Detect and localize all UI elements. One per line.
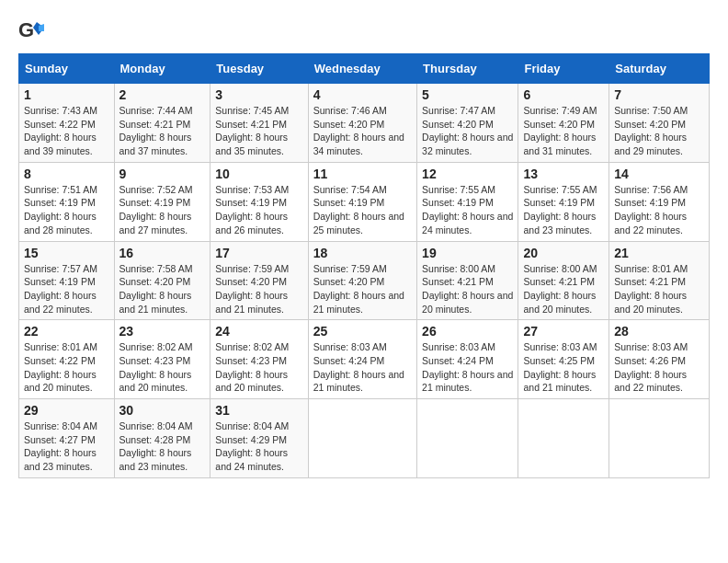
day-number: 13	[523, 167, 604, 181]
calendar-cell: 28 Sunrise: 8:03 AM Sunset: 4:26 PM Dayl…	[609, 320, 710, 399]
page-header: G	[18, 18, 710, 44]
calendar-header-tuesday: Tuesday	[210, 54, 308, 84]
calendar-cell: 11 Sunrise: 7:54 AM Sunset: 4:19 PM Dayl…	[308, 162, 416, 241]
day-number: 30	[119, 403, 206, 418]
day-detail: Sunrise: 7:51 AM Sunset: 4:19 PM Dayligh…	[24, 183, 109, 237]
day-number: 14	[614, 167, 704, 181]
day-number: 1	[24, 87, 109, 102]
calendar-cell	[308, 399, 416, 478]
day-number: 17	[215, 246, 302, 260]
calendar-cell: 25 Sunrise: 8:03 AM Sunset: 4:24 PM Dayl…	[308, 320, 416, 399]
day-detail: Sunrise: 7:56 AM Sunset: 4:19 PM Dayligh…	[614, 183, 704, 237]
calendar-week-row: 8 Sunrise: 7:51 AM Sunset: 4:19 PM Dayli…	[19, 162, 710, 241]
day-detail: Sunrise: 8:02 AM Sunset: 4:23 PM Dayligh…	[215, 340, 302, 395]
calendar-header-monday: Monday	[114, 54, 210, 84]
day-number: 6	[523, 87, 604, 102]
calendar-cell: 1 Sunrise: 7:43 AM Sunset: 4:22 PM Dayli…	[19, 84, 115, 163]
calendar-cell: 26 Sunrise: 8:03 AM Sunset: 4:24 PM Dayl…	[417, 320, 518, 399]
day-number: 10	[215, 167, 302, 181]
calendar-header-sunday: Sunday	[19, 54, 115, 84]
day-number: 9	[119, 167, 206, 181]
day-number: 29	[24, 403, 109, 418]
calendar-cell	[518, 399, 609, 478]
calendar-header-row: SundayMondayTuesdayWednesdayThursdayFrid…	[19, 54, 710, 84]
calendar-cell: 15 Sunrise: 7:57 AM Sunset: 4:19 PM Dayl…	[19, 241, 115, 320]
calendar-cell: 22 Sunrise: 8:01 AM Sunset: 4:22 PM Dayl…	[19, 320, 115, 399]
calendar-cell: 23 Sunrise: 8:02 AM Sunset: 4:23 PM Dayl…	[114, 320, 210, 399]
day-number: 15	[24, 246, 109, 260]
calendar-cell: 8 Sunrise: 7:51 AM Sunset: 4:19 PM Dayli…	[19, 162, 115, 241]
day-number: 27	[523, 324, 604, 339]
day-detail: Sunrise: 7:59 AM Sunset: 4:20 PM Dayligh…	[313, 262, 412, 316]
day-detail: Sunrise: 8:03 AM Sunset: 4:25 PM Dayligh…	[523, 340, 604, 395]
day-number: 22	[24, 324, 109, 339]
day-detail: Sunrise: 7:59 AM Sunset: 4:20 PM Dayligh…	[215, 262, 302, 316]
calendar-cell: 21 Sunrise: 8:01 AM Sunset: 4:21 PM Dayl…	[609, 241, 710, 320]
logo: G	[18, 18, 48, 44]
day-number: 25	[313, 324, 412, 339]
day-number: 24	[215, 324, 302, 339]
day-detail: Sunrise: 7:53 AM Sunset: 4:19 PM Dayligh…	[215, 183, 302, 237]
day-number: 7	[614, 87, 704, 102]
calendar-cell: 20 Sunrise: 8:00 AM Sunset: 4:21 PM Dayl…	[518, 241, 609, 320]
calendar-cell	[417, 399, 518, 478]
day-number: 31	[215, 403, 302, 418]
day-number: 28	[614, 324, 704, 339]
calendar-cell: 3 Sunrise: 7:45 AM Sunset: 4:21 PM Dayli…	[210, 84, 308, 163]
day-number: 16	[119, 246, 206, 260]
calendar-cell: 9 Sunrise: 7:52 AM Sunset: 4:19 PM Dayli…	[114, 162, 210, 241]
day-detail: Sunrise: 7:49 AM Sunset: 4:20 PM Dayligh…	[523, 104, 604, 158]
day-number: 8	[24, 167, 109, 181]
day-detail: Sunrise: 7:50 AM Sunset: 4:20 PM Dayligh…	[614, 104, 704, 158]
day-detail: Sunrise: 7:55 AM Sunset: 4:19 PM Dayligh…	[523, 183, 604, 237]
day-detail: Sunrise: 8:03 AM Sunset: 4:24 PM Dayligh…	[422, 340, 513, 395]
calendar-header-friday: Friday	[518, 54, 609, 84]
day-detail: Sunrise: 7:45 AM Sunset: 4:21 PM Dayligh…	[215, 104, 302, 158]
day-detail: Sunrise: 8:00 AM Sunset: 4:21 PM Dayligh…	[523, 262, 604, 316]
day-number: 20	[523, 246, 604, 260]
day-number: 23	[119, 324, 206, 339]
calendar-cell: 29 Sunrise: 8:04 AM Sunset: 4:27 PM Dayl…	[19, 399, 115, 478]
day-detail: Sunrise: 8:01 AM Sunset: 4:22 PM Dayligh…	[24, 340, 109, 395]
calendar-cell: 24 Sunrise: 8:02 AM Sunset: 4:23 PM Dayl…	[210, 320, 308, 399]
calendar-cell: 14 Sunrise: 7:56 AM Sunset: 4:19 PM Dayl…	[609, 162, 710, 241]
logo-icon: G	[18, 18, 44, 44]
day-number: 26	[422, 324, 513, 339]
calendar-cell: 2 Sunrise: 7:44 AM Sunset: 4:21 PM Dayli…	[114, 84, 210, 163]
calendar-week-row: 29 Sunrise: 8:04 AM Sunset: 4:27 PM Dayl…	[19, 399, 710, 478]
day-detail: Sunrise: 8:01 AM Sunset: 4:21 PM Dayligh…	[614, 262, 704, 316]
calendar-cell: 5 Sunrise: 7:47 AM Sunset: 4:20 PM Dayli…	[417, 84, 518, 163]
day-detail: Sunrise: 7:58 AM Sunset: 4:20 PM Dayligh…	[119, 262, 206, 316]
calendar-cell: 17 Sunrise: 7:59 AM Sunset: 4:20 PM Dayl…	[210, 241, 308, 320]
calendar-week-row: 15 Sunrise: 7:57 AM Sunset: 4:19 PM Dayl…	[19, 241, 710, 320]
day-detail: Sunrise: 7:43 AM Sunset: 4:22 PM Dayligh…	[24, 104, 109, 158]
svg-text:G: G	[18, 18, 34, 41]
calendar-week-row: 22 Sunrise: 8:01 AM Sunset: 4:22 PM Dayl…	[19, 320, 710, 399]
calendar-cell: 13 Sunrise: 7:55 AM Sunset: 4:19 PM Dayl…	[518, 162, 609, 241]
day-number: 3	[215, 87, 302, 102]
calendar-cell: 12 Sunrise: 7:55 AM Sunset: 4:19 PM Dayl…	[417, 162, 518, 241]
calendar-cell: 31 Sunrise: 8:04 AM Sunset: 4:29 PM Dayl…	[210, 399, 308, 478]
calendar-cell: 16 Sunrise: 7:58 AM Sunset: 4:20 PM Dayl…	[114, 241, 210, 320]
day-number: 18	[313, 246, 412, 260]
day-number: 21	[614, 246, 704, 260]
calendar-cell: 7 Sunrise: 7:50 AM Sunset: 4:20 PM Dayli…	[609, 84, 710, 163]
calendar-week-row: 1 Sunrise: 7:43 AM Sunset: 4:22 PM Dayli…	[19, 84, 710, 163]
day-detail: Sunrise: 7:46 AM Sunset: 4:20 PM Dayligh…	[313, 104, 412, 158]
day-detail: Sunrise: 8:03 AM Sunset: 4:24 PM Dayligh…	[313, 340, 412, 395]
calendar-cell: 10 Sunrise: 7:53 AM Sunset: 4:19 PM Dayl…	[210, 162, 308, 241]
calendar-table: SundayMondayTuesdayWednesdayThursdayFrid…	[18, 53, 710, 478]
day-number: 11	[313, 167, 412, 181]
calendar-header-wednesday: Wednesday	[308, 54, 416, 84]
calendar-cell: 19 Sunrise: 8:00 AM Sunset: 4:21 PM Dayl…	[417, 241, 518, 320]
day-detail: Sunrise: 7:44 AM Sunset: 4:21 PM Dayligh…	[119, 104, 206, 158]
calendar-cell: 4 Sunrise: 7:46 AM Sunset: 4:20 PM Dayli…	[308, 84, 416, 163]
calendar-cell: 6 Sunrise: 7:49 AM Sunset: 4:20 PM Dayli…	[518, 84, 609, 163]
day-number: 5	[422, 87, 513, 102]
day-detail: Sunrise: 8:04 AM Sunset: 4:28 PM Dayligh…	[119, 419, 206, 474]
day-detail: Sunrise: 7:57 AM Sunset: 4:19 PM Dayligh…	[24, 262, 109, 316]
day-detail: Sunrise: 7:55 AM Sunset: 4:19 PM Dayligh…	[422, 183, 513, 237]
day-number: 19	[422, 246, 513, 260]
day-number: 12	[422, 167, 513, 181]
day-detail: Sunrise: 8:04 AM Sunset: 4:27 PM Dayligh…	[24, 419, 109, 474]
